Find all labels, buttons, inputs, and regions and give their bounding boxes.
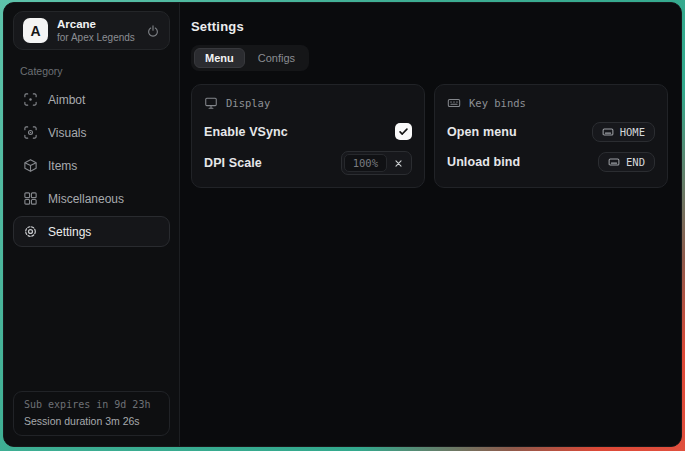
power-icon[interactable] — [146, 24, 160, 38]
app-name: Arcane — [57, 18, 135, 31]
tab-configs[interactable]: Configs — [247, 48, 306, 68]
box-icon — [23, 158, 38, 173]
sidebar-item-label: Miscellaneous — [48, 192, 124, 206]
dpi-scale-input[interactable]: 100% — [344, 154, 387, 172]
app-logo: A — [23, 18, 48, 43]
sidebar-category-label: Category — [20, 65, 163, 77]
keybinds-card: Key binds Open menu HOME Unload bin — [434, 84, 668, 188]
dpi-row: DPI Scale 100% — [204, 151, 412, 175]
keybind-key: END — [626, 156, 645, 168]
page-title: Settings — [191, 19, 668, 34]
tab-menu[interactable]: Menu — [194, 48, 245, 68]
sidebar-item-label: Aimbot — [48, 93, 85, 107]
vsync-row: Enable VSync — [204, 121, 412, 142]
open-menu-label: Open menu — [447, 125, 517, 139]
vsync-checkbox[interactable] — [395, 123, 412, 140]
app-meta: Arcane for Apex Legends — [57, 18, 135, 44]
sidebar-item-aimbot[interactable]: Aimbot — [13, 84, 170, 115]
unload-bind-row: Unload bind END — [447, 151, 655, 172]
keyboard-icon — [608, 156, 620, 168]
close-icon[interactable] — [387, 157, 409, 170]
sidebar-item-label: Items — [48, 159, 77, 173]
sub-expiry-text: Sub expires in 9d 23h — [24, 399, 159, 411]
app-subtitle: for Apex Legends — [57, 32, 135, 44]
crosshair-icon — [23, 92, 38, 107]
sidebar-item-settings[interactable]: Settings — [13, 216, 170, 247]
vsync-label: Enable VSync — [204, 125, 288, 139]
eye-scan-icon — [23, 125, 38, 140]
display-card-title: Display — [226, 97, 270, 109]
sidebar-item-visuals[interactable]: Visuals — [13, 117, 170, 148]
main-content: Settings Menu Configs Display — [180, 3, 681, 446]
session-duration-text: Session duration 3m 26s — [24, 415, 159, 428]
monitor-icon — [204, 96, 218, 110]
sidebar-item-miscellaneous[interactable]: Miscellaneous — [13, 183, 170, 214]
sidebar: A Arcane for Apex Legends Category — [4, 3, 180, 446]
settings-cards: Display Enable VSync DPI Scale 100% — [191, 84, 668, 188]
dpi-scale-control: 100% — [341, 151, 412, 175]
open-menu-keybind-button[interactable]: HOME — [592, 122, 655, 142]
tab-group: Menu Configs — [191, 45, 309, 71]
open-menu-row: Open menu HOME — [447, 121, 655, 142]
display-card: Display Enable VSync DPI Scale 100% — [191, 84, 425, 188]
keybinds-card-header: Key binds — [447, 94, 655, 112]
sidebar-nav: Aimbot Visuals — [13, 84, 170, 247]
keybind-key: HOME — [620, 126, 645, 138]
sidebar-item-label: Visuals — [48, 126, 86, 140]
unload-bind-label: Unload bind — [447, 155, 520, 169]
check-icon — [398, 126, 409, 137]
keyboard-icon — [602, 126, 614, 138]
sidebar-item-label: Settings — [48, 225, 91, 239]
app-header-card: A Arcane for Apex Legends — [13, 11, 170, 50]
unload-keybind-button[interactable]: END — [598, 152, 655, 172]
app-window: A Arcane for Apex Legends Category — [3, 2, 682, 447]
sidebar-item-items[interactable]: Items — [13, 150, 170, 181]
keyboard-icon — [447, 96, 461, 110]
subscription-info-box: Sub expires in 9d 23h Session duration 3… — [13, 391, 170, 436]
display-card-header: Display — [204, 94, 412, 112]
gear-icon — [23, 224, 38, 239]
grid-icon — [23, 191, 38, 206]
dpi-label: DPI Scale — [204, 156, 262, 170]
keybinds-card-title: Key binds — [469, 97, 526, 109]
